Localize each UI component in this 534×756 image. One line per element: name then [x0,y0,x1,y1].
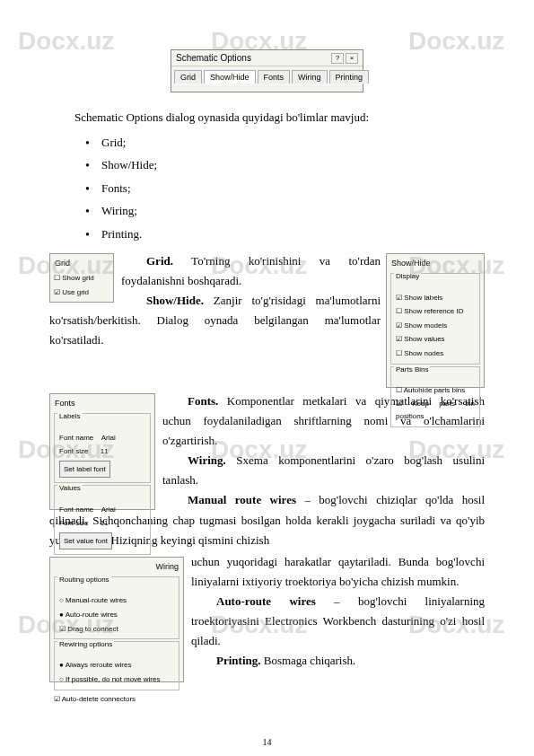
checkbox-item: ☐ Show nodes [394,347,477,361]
list-item: Show/Hide; [101,156,485,174]
tab-showhide: Show/Hide [204,70,256,84]
fonts-panel-image: Fonts Labels Font name Arial Font size 1… [49,393,155,510]
tab-printing: Printing [329,70,370,84]
panel-title: Grid [52,256,111,271]
body-section: Grid ☐ Show grid ☑ Use grid Show/Hide Di… [49,251,485,350]
panel-title: Fonts [52,396,153,411]
panel-title: Wiring [52,559,181,575]
section-title: Wiring. [188,453,226,467]
list-item: Grid; [101,134,485,152]
checkbox-item: ☑ Use grid [52,286,111,300]
section-text: Bosmaga chiqarish. [264,654,356,667]
schematic-options-dialog-image: Schematic Options ? × Grid Show/Hide Fon… [171,49,363,92]
section-title: Printing. [216,654,260,667]
group-label: Display [394,272,421,280]
section-title: Show/Hide. [146,294,204,307]
checkbox-item: ☑ Drag to connect [57,622,176,637]
tab-fonts: Fonts [258,70,291,84]
intro-text: Schematic Options dialog oynasida quyida… [49,109,485,127]
grid-panel-image: Grid ☐ Show grid ☑ Use grid [49,253,114,303]
body-section: Wiring Routing options ○ Manual-route wi… [49,552,485,672]
group-label: Parts Bins [394,365,430,374]
help-icon: ? [331,53,344,64]
panel-title: Show/Hide [389,256,482,271]
checkbox-item: ☐ Show grid [52,271,111,286]
group-label: Rewiring options [57,640,114,648]
document-page: Schematic Options ? × Grid Show/Hide Fon… [0,0,534,700]
checkbox-item: ☑ Show models [394,319,477,333]
radio-item: ○ Manual-route wires [57,593,176,608]
close-icon: × [346,53,358,64]
page-number: 14 [0,737,534,747]
section-title: Fonts. [188,394,218,408]
radio-item: ● Always reroute wires [57,658,176,672]
list-item: Wiring; [101,202,485,220]
checkbox-item: ☑ Show values [394,332,477,347]
list-item: Fonts; [101,180,485,198]
section-title: Grid. [146,254,173,268]
checkbox-item: ☑ Keep parts bin positions [394,397,477,423]
bullet-list: Grid; Show/Hide; Fonts; Wiring; Printing… [49,134,485,243]
dialog-title: Schematic Options [176,53,251,63]
group-label: Routing options [57,576,111,584]
wiring-panel-image: Wiring Routing options ○ Manual-route wi… [49,557,184,682]
checkbox-item: ☑ Auto-delete connectors [52,692,181,707]
checkbox-item: ☐ Show reference ID [394,304,477,319]
tab-wiring: Wiring [292,70,328,84]
showhide-panel-image: Show/Hide Display ☑ Show labels ☐ Show r… [386,253,485,388]
checkbox-item: ☐ Autohide parts bins [394,383,477,398]
section-title: Auto-route wires [216,594,316,608]
group-label: Labels [57,412,83,420]
radio-item: ● Auto-route wires [57,608,176,622]
group-label: Values [57,484,83,492]
checkbox-item: ☑ Show labels [394,291,477,305]
set-label-font-button: Set label font [59,461,110,479]
set-value-font-button: Set value font [59,532,112,550]
tab-grid: Grid [174,70,202,84]
radio-item: ○ If possible, do not move wires [57,672,176,687]
list-item: Printing. [101,225,485,243]
section-title: Manual route wires [188,493,296,506]
